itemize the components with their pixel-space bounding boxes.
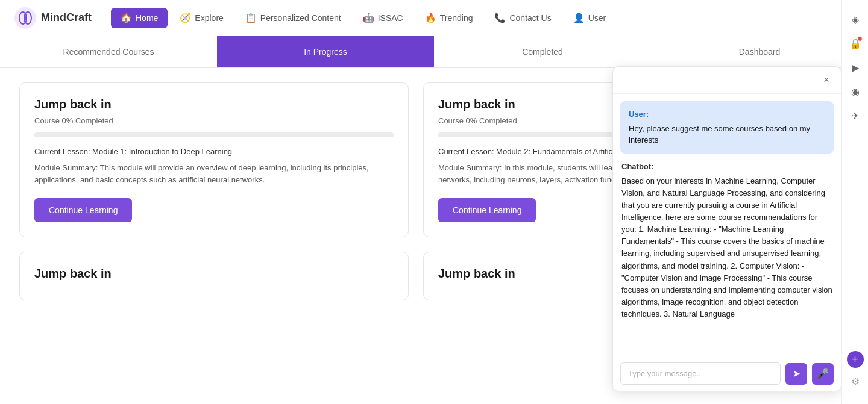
chatbot-panel: × User: Hey, please suggest me some cour…: [612, 66, 841, 315]
nav-contact[interactable]: 📞 Contact Us: [485, 8, 561, 28]
nav-explore[interactable]: 🧭 Explore: [170, 8, 233, 28]
chatbot-close-button[interactable]: ×: [819, 73, 834, 87]
issac-icon: 🤖: [363, 13, 374, 23]
sidebar-icon-4[interactable]: ◉: [846, 82, 865, 101]
sidebar-icon-5[interactable]: ✈: [846, 106, 865, 125]
bot-message: Chatbot: Based on your interests in Mach…: [620, 161, 834, 315]
continue-btn-1[interactable]: Continue Learning: [34, 198, 132, 222]
right-sidebar: ◈ 🔒 ▶ ◉ ✈ + ⚙: [841, 0, 868, 315]
card-1-title: Jump back in: [34, 98, 394, 111]
nav-issac-label: ISSAC: [378, 13, 403, 23]
tab-inprogress[interactable]: In Progress: [217, 36, 434, 67]
card-3-title: Jump back in: [34, 267, 394, 281]
logo[interactable]: MindCraft: [14, 7, 92, 29]
home-icon: 🏠: [121, 13, 132, 23]
bot-message-label: Chatbot:: [621, 161, 832, 173]
nav-issac[interactable]: 🤖 ISSAC: [353, 8, 413, 28]
card-1-lesson-label: Current Lesson: Module 1: Introduction t…: [34, 147, 394, 156]
continue-btn-2[interactable]: Continue Learning: [438, 198, 536, 222]
user-message-text: Hey, please suggest me some courses base…: [629, 123, 825, 146]
card-1-lesson-desc: Module Summary: This module will provide…: [34, 162, 394, 186]
nav-contact-label: Contact Us: [509, 13, 551, 23]
sidebar-icon-2[interactable]: 🔒: [846, 34, 865, 53]
explore-icon: 🧭: [180, 13, 191, 23]
contact-icon: 📞: [494, 13, 506, 23]
sidebar-icon-3[interactable]: ▶: [846, 58, 865, 77]
svg-point-3: [24, 16, 27, 20]
header: MindCraft 🏠 Home 🧭 Explore 📋 Personalize…: [0, 0, 868, 36]
course-card-1: Jump back in Course 0% Completed Current…: [19, 82, 409, 237]
main-nav: 🏠 Home 🧭 Explore 📋 Personalized Content …: [111, 8, 854, 28]
nav-trending[interactable]: 🔥 Trending: [415, 8, 483, 28]
chatbot-messages: User: Hey, please suggest me some course…: [613, 94, 841, 315]
tab-bar: Recommended Courses In Progress Complete…: [0, 36, 868, 68]
card-1-progress-bar: [34, 132, 394, 137]
course-card-3: Jump back in: [19, 252, 409, 300]
nav-explore-label: Explore: [195, 13, 223, 23]
tab-completed[interactable]: Completed: [434, 36, 651, 67]
chatbot-header: ×: [613, 67, 841, 94]
personalized-icon: 📋: [245, 13, 257, 23]
logo-text: MindCraft: [41, 11, 92, 24]
nav-personalized[interactable]: 📋 Personalized Content: [236, 8, 351, 28]
nav-personalized-label: Personalized Content: [260, 13, 341, 23]
bot-message-text: Based on your interests in Machine Learn…: [621, 175, 832, 315]
tab-recommended[interactable]: Recommended Courses: [0, 36, 217, 67]
nav-user-label: User: [588, 13, 606, 23]
nav-user[interactable]: 👤 User: [564, 8, 616, 28]
tab-dashboard[interactable]: Dashboard: [651, 36, 868, 67]
nav-trending-label: Trending: [440, 13, 473, 23]
user-icon: 👤: [573, 13, 585, 23]
user-message: User: Hey, please suggest me some course…: [620, 101, 834, 154]
trending-icon: 🔥: [425, 13, 436, 23]
user-message-label: User:: [629, 108, 825, 120]
nav-home-label: Home: [136, 13, 158, 23]
sidebar-icon-1[interactable]: ◈: [846, 10, 865, 29]
card-1-subtitle: Course 0% Completed: [34, 116, 394, 125]
nav-home[interactable]: 🏠 Home: [111, 8, 168, 28]
